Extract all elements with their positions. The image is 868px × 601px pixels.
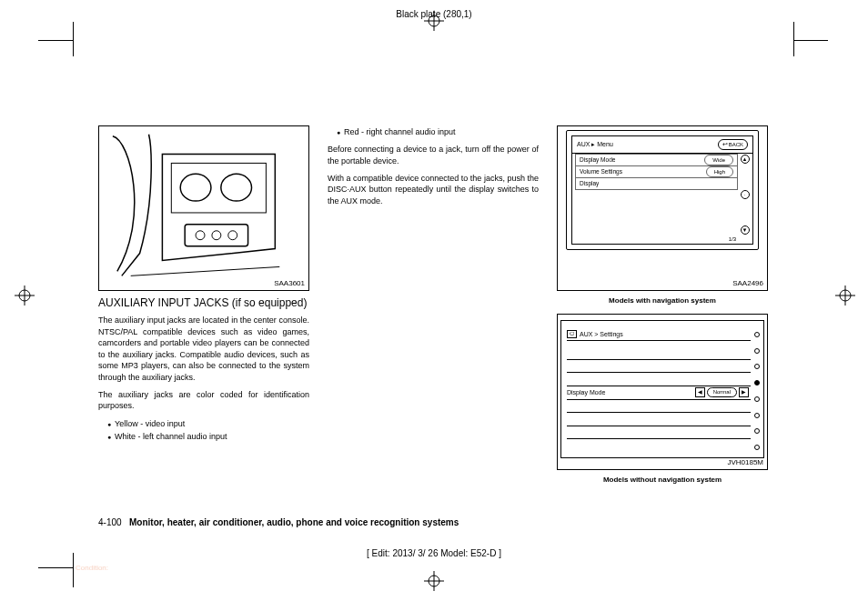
list-item: Yellow - video input [115, 417, 309, 430]
crop-mark [38, 40, 73, 41]
nav-screen-inner: AUX ▸ Menu BACK Display Mode Wide Volume… [571, 135, 753, 245]
left-arrow-icon[interactable]: ◀ [695, 387, 705, 397]
breadcrumb: AUX ▸ Menu [577, 141, 613, 148]
chapter-title: Monitor, heater, air conditioner, audio,… [129, 517, 459, 527]
aux-paragraph-4: With a compatible device connected to th… [328, 173, 539, 207]
scroll-dot [754, 396, 760, 402]
scroll-dot [754, 428, 760, 434]
nonav-header: 🖵 AUX > Settings [567, 330, 751, 341]
scroll-dot [754, 348, 760, 354]
value-stepper: ◀ Normal ▶ [695, 387, 749, 397]
nav-screen: AUX ▸ Menu BACK Display Mode Wide Volume… [566, 130, 759, 250]
back-button[interactable]: BACK [718, 139, 748, 150]
figure-code: SAA3601 [274, 279, 305, 287]
nonav-line-empty [567, 426, 751, 440]
screen-caption-nonav: Models without navigation system [557, 476, 768, 484]
nonav-line-empty [567, 439, 751, 452]
row-label: Display Mode [580, 155, 615, 165]
breadcrumb: AUX > Settings [580, 331, 623, 337]
figure-nav-screen: AUX ▸ Menu BACK Display Mode Wide Volume… [557, 125, 768, 291]
column-left: SAA3601 AUXILIARY INPUT JACKS (if so equ… [98, 125, 309, 493]
nonav-line-empty [567, 346, 751, 360]
right-arrow-icon[interactable]: ▶ [739, 387, 749, 397]
nonav-line-empty [567, 373, 751, 386]
aux-paragraph-2: The auxiliary jacks are color coded for … [98, 389, 309, 412]
nav-header: AUX ▸ Menu BACK [572, 136, 752, 154]
figure-console-jacks: SAA3601 [98, 125, 309, 291]
condition-label: Condition: [76, 564, 108, 572]
crop-mark [73, 22, 74, 56]
row-label: Display [580, 178, 599, 189]
row-value: Wide [704, 155, 733, 165]
aux-icon: 🖵 [567, 330, 577, 338]
nonav-line-empty [567, 360, 751, 374]
column-right: AUX ▸ Menu BACK Display Mode Wide Volume… [557, 125, 768, 493]
scroll-down-icon[interactable]: ▼ [741, 225, 750, 235]
page-number: 4-100 [98, 517, 122, 527]
page-root: Black plate (280,1) [0, 0, 868, 601]
nav-list: Display Mode Wide Volume Settings High D… [575, 155, 738, 235]
content-columns: SAA3601 AUXILIARY INPUT JACKS (if so equ… [98, 125, 772, 493]
figure-nonav-screen: 🖵 AUX > Settings Display Mode ◀ Normal [557, 314, 768, 470]
crop-mark [793, 40, 828, 41]
scroll-dot-active [754, 380, 760, 386]
section-heading-aux-jacks: AUXILIARY INPUT JACKS (if so equipped) [98, 296, 309, 309]
plate-header: Black plate (280,1) [0, 9, 868, 19]
registration-mark-right [835, 285, 855, 306]
scroll-dot [754, 364, 760, 369]
figure-code: JVH0185M [727, 458, 763, 466]
nav-row-display-mode[interactable]: Display Mode Wide [575, 154, 738, 166]
crop-mark [38, 567, 73, 568]
list-item: Red - right channel audio input [344, 125, 539, 138]
aux-paragraph-3: Before connecting a device to a jack, tu… [328, 144, 539, 166]
edit-metadata: [ Edit: 2013/ 3/ 26 Model: E52-D ] [0, 548, 868, 558]
nonav-list: Display Mode ◀ Normal ▶ [567, 346, 751, 452]
row-label: Volume Settings [580, 166, 622, 177]
registration-mark-bottom [424, 571, 444, 591]
nav-scrollbar: ▲ · ▼ [740, 155, 750, 235]
page-indicator: 1/3 [729, 236, 736, 242]
column-middle: Red - right channel audio input Before c… [328, 125, 539, 493]
aux-paragraph-1: The auxiliary input jacks are located in… [98, 315, 309, 384]
console-illustration [99, 126, 308, 290]
nonav-line-empty [567, 413, 751, 426]
scroll-dot [754, 332, 760, 337]
nav-row-display[interactable]: Display [575, 177, 738, 190]
crop-mark [793, 22, 794, 56]
nonav-row-display-mode[interactable]: Display Mode ◀ Normal ▶ [567, 386, 751, 400]
nonav-line-empty [567, 400, 751, 414]
row-value: Normal [707, 387, 737, 397]
figure-code: SAA2496 [732, 279, 763, 287]
row-label: Display Mode [567, 389, 605, 396]
nav-row-volume-settings[interactable]: Volume Settings High [575, 165, 738, 178]
screen-caption-nav: Models with navigation system [557, 296, 768, 305]
list-item: White - left channel audio input [115, 430, 309, 443]
scroll-dot [754, 445, 760, 450]
nonav-scroll-dots [754, 332, 760, 450]
row-value: High [706, 166, 733, 177]
scroll-up-icon[interactable]: ▲ [741, 155, 750, 164]
scroll-dot [754, 413, 760, 418]
scroll-dot-icon: · [741, 190, 750, 199]
color-code-list: Yellow - video input White - left channe… [98, 417, 309, 444]
registration-mark-left [15, 285, 35, 306]
color-code-list-continued: Red - right channel audio input [328, 125, 539, 138]
nonav-screen: 🖵 AUX > Settings Display Mode ◀ Normal [560, 320, 764, 458]
